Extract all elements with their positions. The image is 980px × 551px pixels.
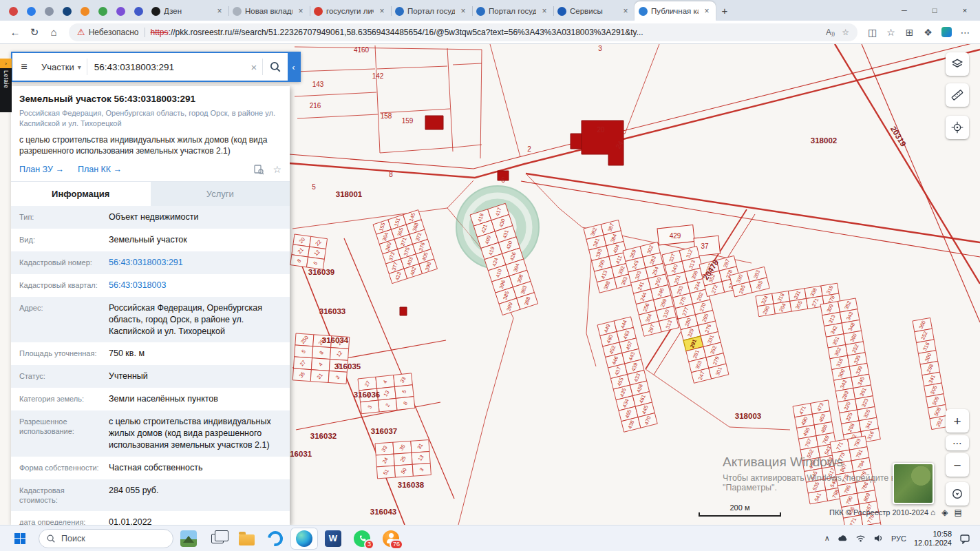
- tab-favicon: [151, 7, 160, 16]
- panel-header-icons: ☆: [253, 164, 281, 175]
- extensions-icon[interactable]: ❖: [919, 23, 937, 41]
- word-button[interactable]: W: [319, 528, 347, 550]
- volume-icon[interactable]: [873, 533, 884, 543]
- browser-tab[interactable]: Новая вкладк...×: [228, 1, 310, 21]
- tab-close-icon[interactable]: ×: [377, 6, 387, 16]
- task-view-button[interactable]: [204, 528, 231, 550]
- map-marker-icon[interactable]: ◈: [941, 508, 948, 517]
- search-input[interactable]: [87, 62, 246, 72]
- browser-tab[interactable]: Портал госуда...×: [472, 1, 553, 21]
- tab-label: Портал госуда...: [489, 7, 536, 15]
- overview-minimap[interactable]: [893, 463, 934, 504]
- file-explorer-button[interactable]: [233, 528, 260, 550]
- plan-kk-link[interactable]: План КК →: [78, 165, 122, 174]
- tab-close-icon[interactable]: ×: [540, 6, 549, 16]
- info-row-value: Частная собственность: [106, 457, 290, 479]
- scale-line: [699, 512, 781, 517]
- network-icon[interactable]: [855, 533, 866, 543]
- pinned-tab-2[interactable]: [22, 1, 40, 21]
- split-screen-icon[interactable]: ◫: [863, 23, 882, 41]
- pinned-tab-6[interactable]: [94, 1, 111, 21]
- zoom-more-button[interactable]: ⋯: [946, 435, 969, 450]
- minimize-button[interactable]: ─: [889, 0, 919, 21]
- info-row-value-link[interactable]: 56:43:0318003:291: [106, 251, 290, 274]
- favorite-star-icon[interactable]: ☆: [273, 164, 281, 175]
- tab-information[interactable]: Информация: [11, 182, 151, 206]
- plan-zu-link[interactable]: План ЗУ →: [19, 165, 64, 174]
- locate-button[interactable]: [946, 482, 969, 506]
- edge-button[interactable]: [290, 528, 318, 550]
- search-category-dropdown[interactable]: Участки ▾: [36, 62, 87, 72]
- taskbar-search[interactable]: Поиск: [39, 529, 173, 548]
- notifications-icon[interactable]: [959, 533, 970, 544]
- bookmark-star-icon[interactable]: ☆: [842, 28, 849, 37]
- zoom-out-button[interactable]: −: [946, 453, 969, 477]
- search-button[interactable]: [263, 61, 288, 73]
- tabs-container: Дзен×Новая вкладк...×госуслуги лич...×По…: [147, 0, 716, 21]
- building-footprint: [425, 116, 443, 129]
- info-row: Кадастровая стоимость:284 055 руб.: [11, 479, 290, 512]
- clear-search-icon[interactable]: ×: [246, 61, 262, 73]
- security-warning-icon[interactable]: ⚠: [77, 27, 85, 37]
- pinned-tab-1-icon: [9, 7, 18, 16]
- home-button[interactable]: ⌂: [44, 23, 63, 42]
- browser-tab[interactable]: Сервисы×: [553, 1, 635, 21]
- info-row-label: Вид:: [11, 229, 106, 251]
- settings-more-icon[interactable]: ⋯: [956, 23, 974, 41]
- clock[interactable]: 10:58 12.01.2024: [914, 530, 952, 548]
- pinned-tab-3[interactable]: [40, 1, 58, 21]
- pinned-tab-8[interactable]: [129, 1, 147, 21]
- orange-app-button[interactable]: 76: [377, 528, 405, 550]
- orange-app-badge: 76: [390, 539, 403, 550]
- tray-time: 10:58: [914, 530, 952, 539]
- browser-tab[interactable]: Публичная ка...×: [635, 1, 716, 21]
- read-aloud-icon[interactable]: A)): [826, 28, 835, 37]
- onedrive-cloud-icon[interactable]: [838, 533, 848, 543]
- read-aloud-waves: )): [831, 30, 835, 37]
- menu-icon[interactable]: ≡: [12, 61, 36, 73]
- map-scale-bar: 200 м: [699, 503, 781, 517]
- pinned-tab-4[interactable]: [58, 1, 76, 21]
- pinned-tab-7[interactable]: [111, 1, 129, 21]
- language-indicator[interactable]: РУС: [891, 534, 906, 543]
- tab-close-icon[interactable]: ×: [621, 6, 630, 16]
- refresh-button[interactable]: ↻: [25, 23, 44, 42]
- photos-app-button[interactable]: [262, 528, 289, 550]
- collapse-panel-button[interactable]: ‹: [288, 53, 299, 81]
- map-image-icon[interactable]: ▤: [954, 508, 961, 517]
- doc-preview-icon[interactable]: [253, 164, 264, 175]
- close-button[interactable]: ×: [950, 0, 980, 21]
- identify-button[interactable]: [946, 116, 969, 139]
- url-field[interactable]: ⚠ Небезопасно https ://pkk.rosreestr.ru/…: [69, 23, 858, 41]
- back-button[interactable]: ←: [6, 23, 25, 42]
- pinned-tab-1[interactable]: [4, 1, 22, 21]
- whatsapp-button[interactable]: 3: [348, 528, 376, 550]
- map-home-icon[interactable]: ⌂: [930, 508, 935, 517]
- measure-button[interactable]: [946, 83, 969, 107]
- security-warning-text[interactable]: Небезопасно: [89, 28, 139, 37]
- tab-close-icon[interactable]: ×: [215, 6, 224, 16]
- info-row-value-link[interactable]: 56:43:0318003: [106, 274, 290, 297]
- browser-essentials-icon[interactable]: [937, 23, 956, 41]
- plan-links-row: План ЗУ → План КК → ☆: [19, 164, 281, 175]
- maximize-button[interactable]: □: [919, 0, 950, 21]
- browser-tab[interactable]: Портал госуда...×: [391, 1, 472, 21]
- widgets-button[interactable]: [175, 528, 202, 550]
- browser-tab[interactable]: госуслуги лич...×: [310, 1, 391, 21]
- favorites-icon[interactable]: ☆: [882, 23, 900, 41]
- tab-close-icon[interactable]: ×: [702, 6, 712, 16]
- area-label: 8: [389, 171, 393, 178]
- zoom-in-button[interactable]: +: [946, 409, 969, 433]
- tray-expand-icon[interactable]: ∧: [824, 534, 830, 543]
- area-label: 159: [402, 117, 414, 125]
- new-tab-button[interactable]: +: [716, 1, 734, 19]
- collections-icon[interactable]: ⊞: [900, 23, 919, 41]
- layers-button[interactable]: [946, 52, 969, 76]
- pinned-tab-5[interactable]: [76, 1, 94, 21]
- browser-tab[interactable]: Дзен×: [147, 1, 228, 21]
- tab-close-icon[interactable]: ×: [296, 6, 306, 16]
- tab-close-icon[interactable]: ×: [458, 6, 468, 16]
- tab-services[interactable]: Услуги: [151, 182, 290, 206]
- start-button[interactable]: [8, 528, 32, 550]
- extension-side-tab[interactable]: › Letaie: [0, 59, 12, 112]
